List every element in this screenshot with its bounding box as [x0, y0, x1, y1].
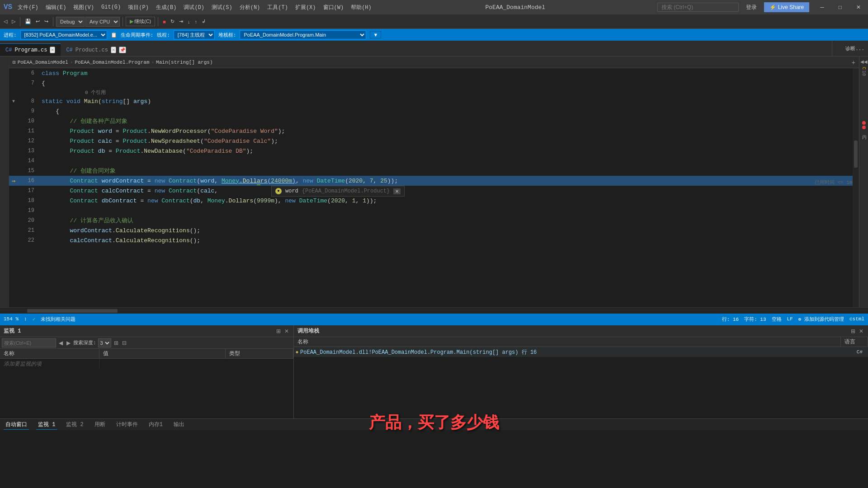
stack-select[interactable]: PoEAA_DomainModel.Program.Main — [240, 30, 366, 39]
diag-expand-btn[interactable]: ◀◀ — [859, 58, 868, 65]
debug-config-select[interactable]: Debug — [56, 17, 85, 27]
watch-search-input[interactable] — [2, 338, 56, 347]
line-content-20[interactable]: // 计算各产品收入确认 — [40, 216, 859, 225]
live-share-button[interactable]: ⚡ Live Share — [764, 2, 809, 12]
line-content-22[interactable]: calcContract.CalculateRecognitions(); — [40, 237, 859, 244]
toolbar-save-btn[interactable]: 💾 — [23, 18, 33, 25]
watch-panel-float[interactable]: ⊞ — [275, 328, 282, 334]
bottom-tab-watch1[interactable]: 监视 1 — [36, 420, 57, 430]
continue-button[interactable]: ▶ 继续(C) — [126, 17, 155, 26]
call-stack-row-1[interactable]: ◆ PoEAA_DomainModel.dll!PoEAA_DomainMode… — [294, 347, 868, 357]
tab-close-program[interactable]: ✕ — [50, 47, 55, 53]
toolbar-sep-3 — [123, 17, 123, 26]
add-tab-btn[interactable]: + — [852, 59, 855, 66]
bottom-tab-output[interactable]: 输出 — [172, 420, 186, 429]
step-out-btn[interactable]: ↑ — [193, 18, 199, 25]
step-back-btn[interactable]: ↲ — [200, 18, 208, 25]
breadcrumb-class[interactable]: PoEAA_DomainModel.Program — [75, 60, 149, 65]
stop-btn[interactable]: ■ — [161, 18, 168, 25]
restart-btn[interactable]: ↻ — [169, 18, 176, 25]
maximize-button[interactable]: □ — [835, 2, 845, 12]
minimize-button[interactable]: ─ — [816, 2, 828, 12]
menu-build[interactable]: 生成(B) — [154, 3, 179, 12]
line-content-16[interactable]: Contract wordContract = new Contract(wor… — [40, 178, 859, 184]
vertical-scrollbar[interactable] — [853, 68, 859, 307]
call-stack-close[interactable]: ✕ — [858, 328, 864, 334]
menu-git[interactable]: Git(G) — [99, 3, 123, 11]
step-into-btn[interactable]: ↓ — [186, 18, 192, 25]
h-scrollbar-thumb[interactable] — [27, 309, 118, 313]
toolbar-forward-btn[interactable]: ▷ — [10, 18, 17, 25]
tab-pin-product[interactable]: 📌 — [119, 47, 126, 53]
watch-placeholder[interactable]: 添加要监视的项 — [0, 359, 99, 369]
search-options-btn[interactable]: ⊞ — [113, 340, 119, 346]
thread-select[interactable]: [784] 主线程 — [174, 30, 215, 39]
tooltip-close[interactable]: ✕ — [393, 188, 401, 194]
cpu-config-select[interactable]: Any CPU — [85, 17, 120, 27]
tab-program-cs[interactable]: C# Program.cs ✕ — [0, 43, 61, 56]
line-content-18[interactable]: Contract dbContract = new Contract(db, M… — [40, 197, 859, 204]
watch-panel-close[interactable]: ✕ — [283, 328, 290, 334]
breadcrumb-method[interactable]: Main(string[] args) — [156, 60, 212, 65]
bottom-tab-breakpoints[interactable]: 用断 — [93, 420, 107, 429]
bottom-tab-timer[interactable]: 计时事件 — [114, 420, 140, 429]
code-line-16: ⇒ 16 Contract wordContract = new Contrac… — [9, 176, 859, 186]
call-stack-panel: 调用堆栈 ⊞ ✕ 名称 语言 ◆ PoEAA_DomainModel.dll!P… — [294, 325, 868, 418]
search-input[interactable] — [657, 3, 739, 12]
line-content-17[interactable]: Contract calcContract = new Contract(cal… — [40, 188, 859, 194]
login-text[interactable]: 登录 — [746, 4, 757, 11]
toolbar-redo-btn[interactable]: ↪ — [42, 18, 50, 25]
line-content-7[interactable]: { — [40, 80, 859, 87]
bottom-tab-watch2[interactable]: 监视 2 — [64, 420, 85, 429]
line-num-14: 14 — [18, 158, 40, 164]
horizontal-scrollbar[interactable] — [0, 307, 868, 314]
code-editor[interactable]: ⊡ PoEAA_DomainModel › PoEAA_DomainModel.… — [9, 56, 859, 307]
line-content-8[interactable]: static void Main(string[] args) — [40, 98, 859, 105]
lifecycle-label: 生命周期事件: — [121, 32, 154, 38]
tab-close-product[interactable]: ✕ — [111, 47, 116, 53]
tooltip-container: 17 Contract calcContract = new Contract(… — [9, 186, 859, 196]
line-content-12[interactable]: Product calc = Product.NewSpreadsheet("C… — [40, 138, 859, 145]
tab-product-cs[interactable]: C# Product.cs ✕ 📌 — [61, 43, 131, 56]
search-next-btn[interactable]: ▶ — [66, 340, 71, 346]
close-button[interactable]: ✕ — [853, 2, 864, 12]
call-stack-col-name: 名称 — [294, 337, 841, 347]
toolbar-undo-btn[interactable]: ↩ — [34, 18, 42, 25]
menu-view[interactable]: 视图(V) — [71, 3, 96, 12]
menu-extensions[interactable]: 扩展(X) — [293, 3, 318, 12]
watch-panel-title: 监视 1 — [4, 327, 21, 335]
line-content-11[interactable]: Product word = Product.NewWordProcessor(… — [40, 128, 859, 135]
menu-analyze[interactable]: 分析(N) — [238, 3, 262, 12]
call-stack-float[interactable]: ⊞ — [850, 328, 856, 334]
scrollbar-thumb[interactable] — [854, 141, 858, 168]
process-select[interactable]: [8352] PoEAA_DomainModel.e... — [20, 30, 107, 39]
breadcrumb-project[interactable]: PoEAA_DomainModel — [18, 60, 68, 65]
menu-file[interactable]: 文件(F) — [16, 3, 40, 12]
left-margin — [0, 56, 9, 307]
line-content-9[interactable]: { — [40, 108, 859, 115]
toolbar-back-btn[interactable]: ◁ — [2, 18, 9, 25]
call-stack-controls: ⊞ ✕ — [850, 328, 864, 334]
menu-test[interactable]: 测试(S) — [210, 3, 234, 12]
depth-select[interactable]: 3 — [98, 338, 111, 347]
stack-filter-btn[interactable]: ▼ — [370, 31, 381, 38]
line-content-15[interactable]: // 创建合同对象 — [40, 167, 859, 175]
line-content-21[interactable]: wordContract.CalculateRecognitions(); — [40, 227, 859, 234]
line-content-10[interactable]: // 创建各种产品对象 — [40, 117, 859, 125]
step-over-btn[interactable]: ⇥ — [177, 18, 185, 25]
collapse-8[interactable]: ▼ — [9, 99, 18, 104]
search-filter-btn[interactable]: ⊟ — [121, 340, 127, 346]
menu-project[interactable]: 项目(P) — [126, 3, 151, 12]
status-add-source[interactable]: ⊕ 添加到源代码管理 — [798, 316, 844, 323]
line-content-13[interactable]: Product db = Product.NewDatabase("CodePa… — [40, 148, 859, 155]
menu-debug[interactable]: 调试(D) — [182, 3, 206, 12]
menu-edit[interactable]: 编辑(E) — [44, 3, 68, 12]
line-content-6[interactable]: class Program — [40, 70, 859, 77]
menu-window[interactable]: 窗口(W) — [321, 3, 346, 12]
menu-help[interactable]: 帮助(H) — [349, 3, 373, 12]
menu-tools[interactable]: 工具(T) — [265, 3, 290, 12]
bottom-tab-memory[interactable]: 内存1 — [147, 420, 165, 429]
bottom-tab-auto[interactable]: 自动窗口 — [4, 420, 29, 430]
search-prev-btn[interactable]: ◀ — [58, 340, 64, 346]
watch-placeholder-row: 添加要监视的项 — [0, 359, 293, 369]
